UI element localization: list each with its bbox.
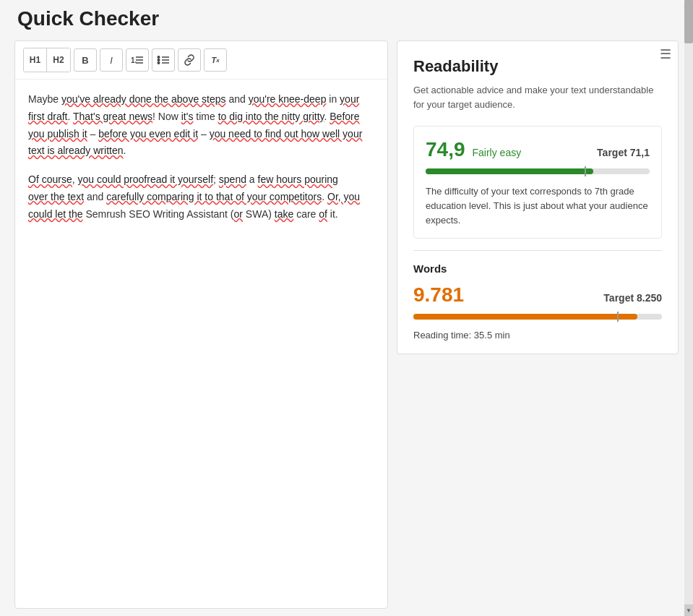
page-title: Quick Checker [14, 7, 679, 30]
heading-group: H1 H2 [23, 48, 71, 72]
highlighted-text-14: carefully comparing it to that of your c… [106, 191, 322, 202]
score-description: The difficulty of your text corresponds … [426, 184, 650, 228]
readability-card: Readability Get actionable advice and ma… [397, 40, 679, 354]
words-value: 9.781 [413, 283, 464, 307]
h1-button[interactable]: H1 [24, 48, 47, 72]
highlighted-text-17: take [275, 208, 293, 220]
score-progress-bar [426, 168, 650, 174]
h2-button[interactable]: H2 [47, 48, 70, 72]
readability-description: Get actionable advice and make your text… [413, 83, 662, 111]
editor-paragraph-2: Of course, you could proofread it yourse… [28, 171, 374, 223]
words-section: Words 9.781 Target 8.250 Reading time: 3… [413, 262, 662, 341]
link-button[interactable] [178, 48, 201, 72]
score-section: 74,9 Fairly easy Target 71,1 The difficu… [413, 126, 662, 239]
score-label: Fairly easy [473, 147, 522, 158]
svg-point-4 [158, 56, 160, 59]
editor-paragraph-1: Maybe you've already done the above step… [28, 91, 374, 160]
scrollbar[interactable]: ▲ ▼ [684, 0, 693, 616]
highlighted-text-few-hours-pouring: few hours pouring [258, 174, 338, 185]
words-progress-bar [413, 314, 662, 320]
highlighted-text-4: That's great news [73, 111, 152, 122]
highlighted-text-13: over the text [28, 191, 84, 202]
ordered-list-button[interactable]: 1. [126, 48, 149, 72]
highlighted-text-8: before you even edit it [98, 128, 198, 140]
words-progress-fill [413, 314, 637, 320]
readability-title: Readability [413, 57, 662, 76]
highlighted-text-5: it's [181, 111, 194, 122]
menu-button[interactable]: ☰ [660, 46, 671, 62]
unordered-list-button[interactable] [152, 48, 175, 72]
words-target: Target 8.250 [603, 292, 662, 304]
score-progress-fill [426, 168, 593, 174]
highlighted-text-16: or [234, 208, 243, 220]
italic-button[interactable]: I [100, 48, 123, 72]
score-target-marker [585, 166, 586, 176]
right-panel: ☰ Readability Get actionable advice and … [397, 40, 679, 609]
highlighted-text-10: Of course [28, 174, 72, 185]
highlighted-text-18: of [319, 208, 327, 220]
toolbar: H1 H2 B I 1. [15, 41, 387, 80]
words-score-row: 9.781 Target 8.250 [413, 283, 662, 307]
editor-panel: H1 H2 B I 1. [14, 40, 388, 609]
main-content: H1 H2 B I 1. [14, 40, 679, 609]
scrollbar-thumb[interactable] [684, 0, 693, 43]
svg-point-6 [158, 61, 160, 64]
svg-point-5 [158, 59, 160, 61]
highlighted-text-2: you're knee-deep [249, 93, 327, 105]
score-target: Target 71,1 [597, 147, 650, 158]
bold-button[interactable]: B [74, 48, 97, 72]
words-title: Words [413, 262, 662, 275]
highlighted-text-12: spend [219, 174, 246, 185]
editor-content[interactable]: Maybe you've already done the above step… [15, 80, 387, 608]
clear-format-button[interactable]: Tx [204, 48, 227, 72]
reading-time: Reading time: 35.5 min [413, 330, 662, 341]
page-wrapper: Quick Checker H1 H2 B I 1. [0, 0, 693, 616]
scrollbar-arrow-down[interactable]: ▼ [684, 604, 693, 616]
score-value: 74,9 [426, 138, 465, 161]
score-row: 74,9 Fairly easy Target 71,1 [426, 138, 650, 161]
words-target-marker [617, 312, 619, 322]
highlighted-text: you've already done the above steps [61, 93, 226, 105]
highlighted-text-11: you could proofread it yourself [77, 174, 213, 185]
highlighted-text-6: to dig into the nitty gritty [218, 111, 324, 122]
section-divider [413, 250, 662, 251]
